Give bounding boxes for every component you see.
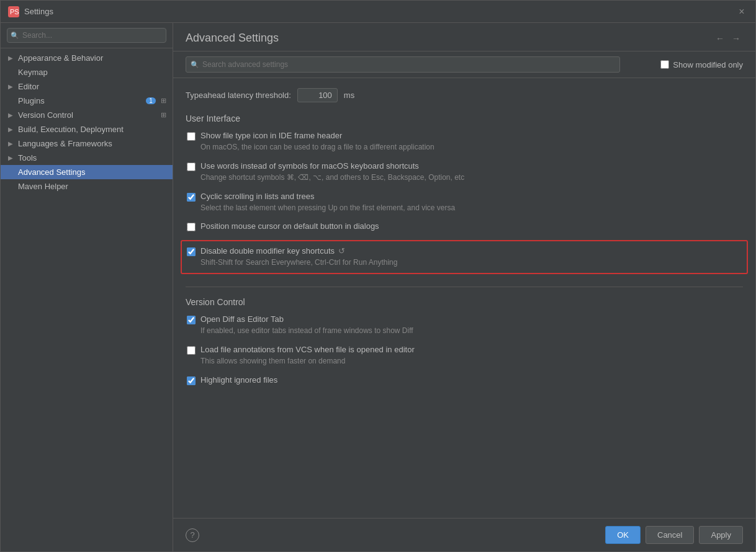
sidebar-item-label: Editor — [18, 82, 166, 91]
main-header: Advanced Settings ← → — [173, 23, 755, 51]
setting-row: Position mouse cursor on default button … — [187, 221, 743, 231]
setting-cyclic-scrolling: Cyclic scrolling in lists and trees Sele… — [186, 192, 743, 213]
use-words-checkbox[interactable] — [187, 162, 196, 171]
settings-body: Typeahead latency threshold: ms User Int… — [173, 78, 755, 518]
sidebar-item-label: Maven Helper — [18, 182, 166, 191]
sidebar-item-tools[interactable]: ▶ Tools — [1, 151, 173, 165]
setting-row: Cyclic scrolling in lists and trees Sele… — [187, 192, 743, 213]
setting-row: Show file type icon in IDE frame header … — [187, 131, 743, 153]
user-interface-section: User Interface Show file type icon in ID… — [186, 114, 743, 274]
version-control-section-title: Version Control — [186, 297, 743, 307]
cyclic-scrolling-checkbox[interactable] — [187, 193, 196, 202]
sidebar-item-label: Tools — [18, 153, 166, 162]
sidebar-item-label: Build, Execution, Deployment — [18, 125, 166, 134]
search-settings-input[interactable] — [186, 56, 620, 73]
typeahead-row: Typeahead latency threshold: ms — [186, 88, 743, 102]
sidebar-item-label: Advanced Settings — [18, 167, 166, 177]
ok-button[interactable]: OK — [605, 526, 641, 544]
typeahead-input[interactable] — [297, 88, 338, 102]
user-interface-section-title: User Interface — [186, 114, 743, 123]
forward-arrow-icon[interactable]: → — [729, 32, 743, 45]
setting-row: Open Diff as Editor Tab If enabled, use … — [187, 314, 743, 336]
nav-arrows: ← → — [713, 32, 743, 45]
setting-label[interactable]: Load file annotations from VCS when file… — [200, 345, 415, 354]
chevron-right-icon: ▶ — [8, 83, 17, 90]
setting-label[interactable]: Highlight ignored files — [200, 375, 277, 385]
settings-window: PS Settings × 🔍 ▶ Appearance & Behavior — [0, 0, 756, 552]
sidebar-item-plugins[interactable]: Plugins 1 ⊞ — [1, 94, 173, 108]
chevron-right-icon: ▶ — [8, 126, 17, 133]
setting-label[interactable]: Cyclic scrolling in lists and trees — [200, 192, 455, 201]
setting-disable-double-modifier: Disable double modifier key shortcuts ↺ … — [181, 240, 748, 274]
app-icon: PS — [8, 6, 19, 17]
disable-double-modifier-checkbox[interactable] — [187, 247, 196, 256]
sidebar: 🔍 ▶ Appearance & Behavior Keymap ▶ — [1, 23, 173, 551]
sidebar-item-label: Plugins — [18, 96, 146, 105]
section-divider — [186, 287, 743, 287]
sidebar-item-version-control[interactable]: ▶ Version Control ⊞ — [1, 108, 173, 122]
content-area: 🔍 ▶ Appearance & Behavior Keymap ▶ — [1, 23, 755, 551]
setting-row: Load file annotations from VCS when file… — [187, 345, 743, 367]
sidebar-item-appearance[interactable]: ▶ Appearance & Behavior — [1, 51, 173, 65]
setting-label[interactable]: Open Diff as Editor Tab — [200, 314, 413, 324]
highlight-ignored-checkbox[interactable] — [187, 376, 196, 385]
sidebar-item-keymap[interactable]: Keymap — [1, 65, 173, 79]
bottom-bar: ? OK Cancel Apply — [173, 518, 755, 551]
position-mouse-checkbox[interactable] — [187, 223, 196, 231]
close-button[interactable]: × — [736, 6, 748, 18]
chevron-right-icon: ▶ — [8, 140, 17, 147]
reset-icon[interactable]: ↺ — [338, 246, 345, 256]
sidebar-search-area: 🔍 — [1, 23, 173, 48]
apply-button[interactable]: Apply — [699, 526, 743, 544]
svg-text:PS: PS — [10, 8, 19, 16]
sidebar-item-build[interactable]: ▶ Build, Execution, Deployment — [1, 122, 173, 136]
chevron-right-icon: ▶ — [8, 55, 17, 61]
sidebar-item-languages[interactable]: ▶ Languages & Frameworks — [1, 136, 173, 151]
sidebar-item-maven[interactable]: Maven Helper — [1, 179, 173, 194]
sidebar-item-label: Languages & Frameworks — [18, 139, 166, 148]
settings-icon: ⊞ — [161, 97, 166, 105]
setting-position-mouse: Position mouse cursor on default button … — [186, 221, 743, 231]
open-diff-checkbox[interactable] — [187, 316, 196, 324]
setting-highlight-ignored: Highlight ignored files — [186, 375, 743, 385]
settings-icon: ⊞ — [161, 111, 166, 119]
setting-row: Use words instead of symbols for macOS k… — [187, 161, 743, 183]
title-bar-text: Settings — [24, 7, 53, 16]
setting-desc: On macOS, the icon can be used to drag a… — [200, 142, 434, 153]
show-modified-area: Show modified only — [660, 60, 743, 69]
main-content: Advanced Settings ← → 🔍 Show modified on… — [173, 23, 755, 551]
sidebar-item-advanced-settings[interactable]: Advanced Settings — [1, 165, 173, 179]
title-bar: PS Settings × — [1, 1, 755, 23]
setting-open-diff: Open Diff as Editor Tab If enabled, use … — [186, 314, 743, 336]
cancel-button[interactable]: Cancel — [646, 526, 694, 544]
setting-desc: Change shortcut symbols ⌘, ⌫, ⌥, and oth… — [200, 172, 464, 183]
setting-desc: This allows showing them faster on deman… — [200, 356, 415, 367]
back-arrow-icon[interactable]: ← — [713, 32, 727, 45]
setting-row: Highlight ignored files — [187, 375, 743, 385]
help-button[interactable]: ? — [186, 528, 199, 542]
load-annotations-checkbox[interactable] — [187, 346, 196, 355]
setting-label[interactable]: Use words instead of symbols for macOS k… — [200, 161, 464, 171]
setting-desc: If enabled, use editor tabs instead of f… — [200, 326, 413, 336]
sidebar-item-label: Keymap — [18, 68, 166, 77]
settings-toolbar: 🔍 Show modified only — [173, 51, 755, 78]
setting-label[interactable]: Show file type icon in IDE frame header — [200, 131, 434, 140]
search-settings-wrapper: 🔍 — [186, 56, 620, 73]
page-title: Advanced Settings — [186, 32, 279, 45]
sidebar-item-label: Version Control — [18, 110, 158, 120]
setting-label[interactable]: Position mouse cursor on default button … — [200, 221, 379, 231]
setting-row: Disable double modifier key shortcuts ↺ … — [187, 246, 742, 268]
setting-load-annotations: Load file annotations from VCS when file… — [186, 345, 743, 367]
setting-use-words: Use words instead of symbols for macOS k… — [186, 161, 743, 183]
sidebar-search-icon: 🔍 — [11, 32, 19, 40]
setting-label[interactable]: Disable double modifier key shortcuts — [200, 246, 335, 256]
sidebar-search-input[interactable] — [7, 28, 166, 43]
show-modified-checkbox[interactable] — [660, 60, 669, 69]
chevron-right-icon: ▶ — [8, 154, 17, 161]
sidebar-tree: ▶ Appearance & Behavior Keymap ▶ Editor … — [1, 48, 173, 551]
plugins-badge: 1 — [146, 97, 156, 104]
show-modified-label[interactable]: Show modified only — [673, 60, 743, 69]
sidebar-item-editor[interactable]: ▶ Editor — [1, 79, 173, 94]
show-file-type-checkbox[interactable] — [187, 132, 196, 141]
sidebar-item-label: Appearance & Behavior — [18, 53, 166, 63]
